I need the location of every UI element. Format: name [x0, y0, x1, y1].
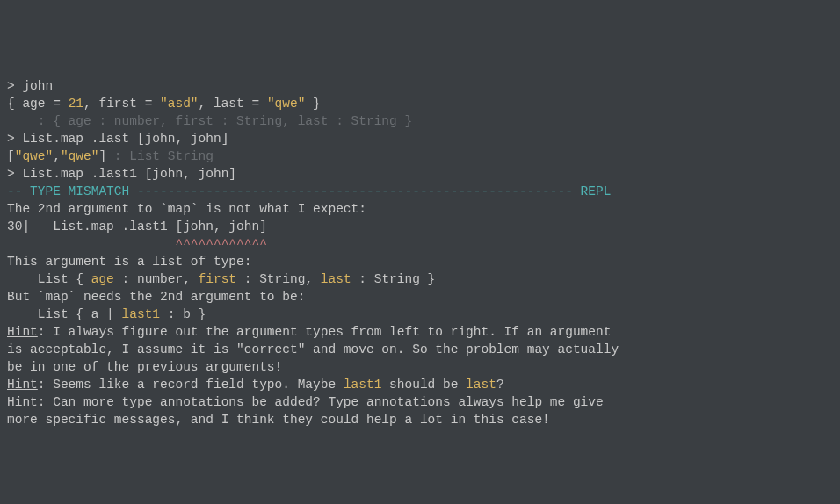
hint-line: Hint: Can more type annotations be added… — [7, 393, 833, 411]
hint-label: Hint — [7, 325, 38, 339]
source-caret: ^^^^^^^^^^^^ — [7, 235, 833, 253]
hint-text: : Can more type annotations be added? Ty… — [38, 395, 604, 409]
hint-line: Hint: I always figure out the argument t… — [7, 323, 833, 341]
type-text: : number, — [114, 272, 199, 286]
sep: , — [53, 149, 61, 163]
type-text: : String } — [351, 272, 436, 286]
prompt-listmap-last1[interactable]: > List.map .last1 [john, john] — [7, 165, 833, 183]
error-msg: But `map` needs the 2nd argument to be: — [7, 288, 833, 306]
type-text: List { a | — [7, 307, 122, 321]
hint-text: : I always figure out the argument types… — [38, 325, 612, 339]
last-value: "qwe" — [267, 97, 306, 111]
hint-label: Hint — [7, 395, 38, 409]
field-last: last — [321, 272, 351, 286]
sep: , first = — [83, 97, 160, 111]
record-value: { age = 21, first = "asd", last = "qwe" … — [7, 95, 833, 112]
hint-line: be in one of the previous arguments! — [7, 358, 833, 376]
field-age: age — [91, 272, 114, 286]
type-text: : b } — [160, 307, 206, 321]
hint-label: Hint — [7, 378, 38, 392]
age-value: 21 — [69, 97, 83, 111]
type-text: List { — [7, 272, 91, 286]
hint-text: ? — [496, 378, 504, 392]
prompt-listmap-last[interactable]: > List.map .last [john, john] — [7, 130, 833, 148]
typo-from: last1 — [344, 378, 382, 392]
type-annotation: : List String — [106, 149, 214, 163]
type-annotation: : { age : number, first : String, last :… — [7, 112, 833, 130]
error-msg: This argument is a list of type: — [7, 253, 833, 270]
error-intro: The 2nd argument to `map` is not what I … — [7, 200, 833, 218]
type-text: : String, — [236, 272, 321, 286]
prompt-john[interactable]: > john — [7, 77, 833, 95]
typo-to: last — [466, 378, 496, 392]
hint-line: Hint: Seems like a record field typo. Ma… — [7, 376, 833, 393]
field-first: first — [199, 272, 237, 286]
field-last1: last1 — [122, 307, 161, 321]
list-result: ["qwe","qwe"] : List String — [7, 148, 833, 165]
first-value: "asd" — [160, 97, 199, 111]
hint-text: : Seems like a record field typo. Maybe — [38, 378, 344, 392]
error-header: -- TYPE MISMATCH -----------------------… — [7, 183, 833, 200]
brace: } — [305, 97, 320, 111]
type-display: List { age : number, first : String, las… — [7, 270, 833, 288]
bracket: ] — [98, 149, 106, 163]
source-line: 30| List.map .last1 [john, john] — [7, 218, 833, 235]
type-display: List { a | last1 : b } — [7, 306, 833, 323]
bracket: [ — [7, 149, 15, 163]
item: "qwe" — [61, 149, 99, 163]
item: "qwe" — [15, 149, 54, 163]
hint-line: more specific messages, and I think they… — [7, 411, 833, 428]
repl-output: > john{ age = 21, first = "asd", last = … — [7, 77, 833, 428]
hint-text: should be — [381, 378, 466, 392]
hint-line: is acceptable, I assume it is "correct" … — [7, 341, 833, 358]
sep: , last = — [199, 97, 267, 111]
brace: { age = — [7, 97, 69, 111]
